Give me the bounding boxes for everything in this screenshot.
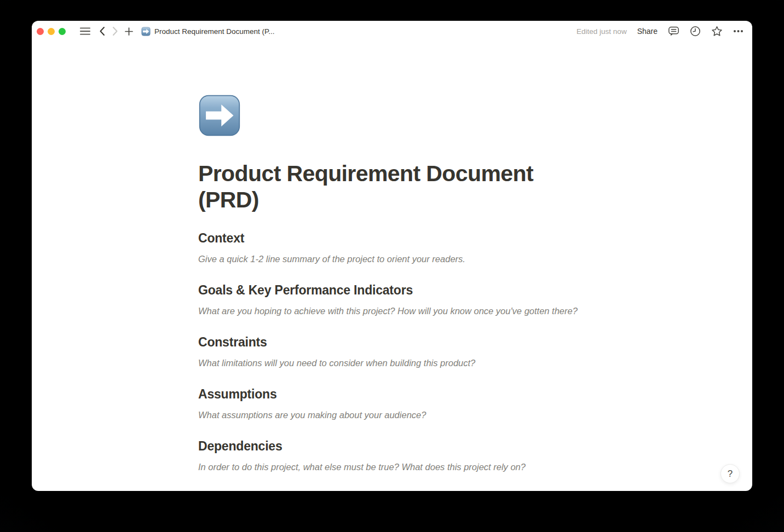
window-controls [37,28,66,35]
section-heading-context[interactable]: Context [198,231,586,246]
page-icon-right-arrow-emoji[interactable] [198,94,241,137]
plus-icon [125,27,133,36]
favorite-button[interactable] [711,26,723,37]
section-placeholder-dependencies[interactable]: In order to do this project, what else m… [198,461,586,473]
share-button[interactable]: Share [637,27,658,36]
more-options-button[interactable] [733,30,743,33]
tab-title: Product Requirement Document (P... [154,27,275,36]
page-title[interactable]: Product Requirement Document (PRD) [198,160,586,213]
edited-status: Edited just now [577,27,627,36]
section-heading-assumptions[interactable]: Assumptions [198,387,586,402]
current-tab[interactable]: Product Requirement Document (P... [141,27,275,36]
clock-icon [690,26,701,37]
hamburger-icon [80,27,90,35]
new-tab-button[interactable] [125,27,133,36]
titlebar-actions: Edited just now Share [577,26,743,37]
close-window-button[interactable] [37,28,44,35]
comment-bubble-icon [668,26,679,37]
section-heading-goals[interactable]: Goals & Key Performance Indicators [198,283,586,298]
updates-button[interactable] [690,26,701,37]
right-arrow-emoji-icon [141,27,151,36]
chevron-right-icon [112,26,118,36]
comments-button[interactable] [668,26,679,37]
minimize-window-button[interactable] [48,28,55,35]
chevron-left-icon [99,26,105,36]
sidebar-menu-button[interactable] [80,27,90,35]
section-placeholder-assumptions[interactable]: What assumptions are you making about yo… [198,409,586,421]
titlebar: Product Requirement Document (P... Edite… [32,21,752,42]
document-scroll-area[interactable]: Product Requirement Document (PRD) Conte… [32,42,752,491]
nav-back-button[interactable] [99,26,105,36]
help-button[interactable]: ? [720,464,740,483]
zoom-window-button[interactable] [59,28,66,35]
document-content: Product Requirement Document (PRD) Conte… [198,42,586,473]
star-icon [711,26,723,37]
section-placeholder-constraints[interactable]: What limitations will you need to consid… [198,357,586,369]
ellipsis-icon [733,30,743,33]
section-heading-constraints[interactable]: Constraints [198,335,586,350]
section-heading-dependencies[interactable]: Dependencies [198,439,586,454]
app-window: Product Requirement Document (P... Edite… [32,21,752,491]
nav-forward-button[interactable] [112,26,118,36]
section-placeholder-goals[interactable]: What are you hoping to achieve with this… [198,305,586,317]
section-placeholder-context[interactable]: Give a quick 1-2 line summary of the pro… [198,253,586,265]
